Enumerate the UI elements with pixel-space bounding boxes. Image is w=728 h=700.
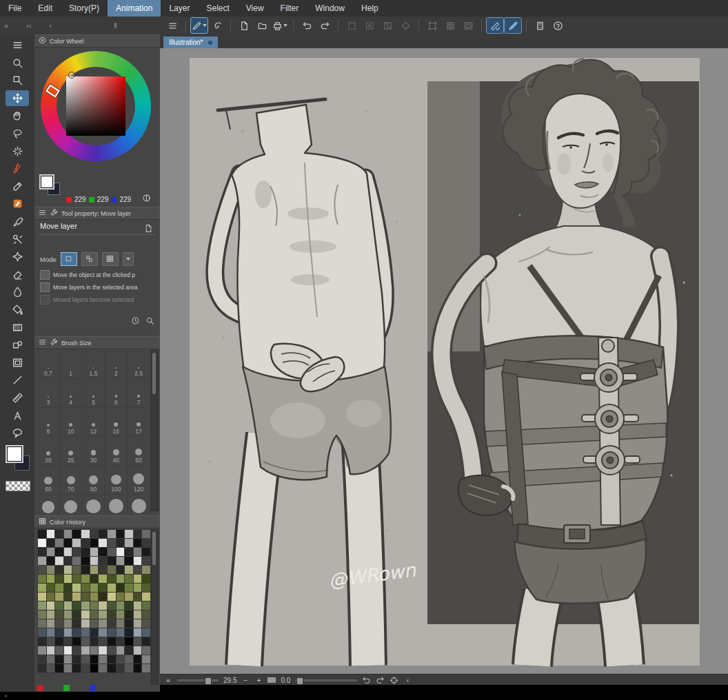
history-swatch-13-1[interactable] bbox=[47, 646, 55, 655]
history-swatch-7-0[interactable] bbox=[38, 593, 46, 601]
brush-size-1[interactable]: 1 bbox=[60, 350, 83, 379]
history-swatch-4-1[interactable] bbox=[47, 566, 55, 574]
history-swatch-0-1[interactable] bbox=[47, 530, 55, 538]
history-swatch-9-0[interactable] bbox=[38, 610, 46, 619]
history-swatch-7-12[interactable] bbox=[142, 593, 150, 601]
history-swatch-15-7[interactable] bbox=[99, 664, 107, 672]
history-swatch-8-12[interactable] bbox=[142, 601, 150, 610]
history-swatch-11-10[interactable] bbox=[125, 628, 133, 637]
checkbox[interactable] bbox=[40, 270, 50, 280]
tool-property-header[interactable]: Tool property: Move layer bbox=[34, 207, 160, 220]
history-swatch-4-11[interactable] bbox=[134, 566, 142, 574]
ruler-tool[interactable] bbox=[6, 390, 29, 406]
history-swatch-12-7[interactable] bbox=[99, 637, 107, 646]
history-swatch-11-8[interactable] bbox=[108, 628, 116, 637]
history-swatch-2-11[interactable] bbox=[134, 548, 142, 556]
brush-tool[interactable] bbox=[6, 214, 29, 229]
option-row-0[interactable]: Move the object at the clicked p bbox=[40, 270, 156, 280]
panel-menu-icon[interactable] bbox=[38, 208, 47, 218]
history-swatch-8-6[interactable] bbox=[90, 601, 99, 610]
menu-layer[interactable]: Layer bbox=[161, 0, 198, 17]
mode-grid-button[interactable] bbox=[102, 252, 119, 266]
menu-file[interactable]: File bbox=[0, 0, 30, 17]
history-swatch-1-10[interactable] bbox=[125, 539, 133, 547]
spiral-button[interactable] bbox=[209, 18, 225, 33]
zoom-tool[interactable] bbox=[6, 55, 29, 71]
history-swatch-8-1[interactable] bbox=[47, 601, 55, 610]
history-swatch-7-7[interactable] bbox=[99, 593, 107, 601]
airbrush-tool[interactable] bbox=[6, 231, 29, 247]
menu-filter[interactable]: Filter bbox=[272, 0, 307, 17]
history-swatch-2-12[interactable] bbox=[142, 548, 150, 556]
brush-size-30[interactable]: 30 bbox=[83, 437, 105, 466]
reset-view-icon[interactable] bbox=[390, 676, 398, 685]
snap-to-ruler-button[interactable] bbox=[487, 18, 503, 33]
history-swatch-15-0[interactable] bbox=[38, 664, 46, 672]
history-swatch-11-7[interactable] bbox=[99, 628, 107, 637]
brush-size-100[interactable]: 100 bbox=[105, 466, 128, 495]
eyedropper-tool[interactable] bbox=[6, 178, 29, 194]
menu-window[interactable]: Window bbox=[307, 0, 353, 17]
brush-size-20[interactable]: 20 bbox=[37, 437, 60, 466]
color-mode-toggle-icon[interactable] bbox=[142, 193, 151, 205]
history-swatch-5-2[interactable] bbox=[55, 575, 63, 583]
operation-tool[interactable] bbox=[6, 72, 29, 88]
history-swatch-13-10[interactable] bbox=[125, 646, 133, 655]
history-swatch-9-6[interactable] bbox=[90, 610, 99, 619]
brush-size-2.5[interactable]: 2.5 bbox=[128, 350, 150, 379]
history-swatch-5-9[interactable] bbox=[117, 575, 125, 583]
history-swatch-15-5[interactable] bbox=[81, 664, 90, 672]
history-swatch-12-3[interactable] bbox=[64, 637, 72, 646]
history-swatch-11-9[interactable] bbox=[117, 628, 125, 637]
history-swatch-5-3[interactable] bbox=[64, 575, 72, 583]
history-swatch-13-12[interactable] bbox=[142, 646, 150, 655]
pen-tool[interactable] bbox=[6, 161, 29, 176]
hand-tool[interactable] bbox=[6, 107, 29, 123]
history-swatch-1-5[interactable] bbox=[81, 539, 90, 547]
history-swatch-9-4[interactable] bbox=[72, 610, 81, 619]
history-swatch-9-1[interactable] bbox=[47, 610, 55, 619]
history-swatch-5-0[interactable] bbox=[38, 575, 46, 583]
brush-size-scrollbar[interactable] bbox=[151, 350, 159, 511]
history-swatch-8-10[interactable] bbox=[125, 601, 133, 610]
history-swatch-10-12[interactable] bbox=[142, 619, 150, 628]
brush-size-17[interactable]: 17 bbox=[128, 408, 150, 437]
history-swatch-8-5[interactable] bbox=[81, 601, 90, 610]
history-swatch-10-10[interactable] bbox=[125, 619, 133, 628]
history-swatch-6-3[interactable] bbox=[64, 584, 72, 592]
history-swatch-1-7[interactable] bbox=[99, 539, 107, 547]
history-swatch-13-3[interactable] bbox=[64, 646, 72, 655]
history-swatch-14-11[interactable] bbox=[134, 655, 142, 663]
history-swatch-12-11[interactable] bbox=[134, 637, 142, 646]
history-swatch-13-9[interactable] bbox=[117, 646, 125, 655]
mode-dropdown[interactable] bbox=[123, 252, 134, 266]
history-swatch-7-2[interactable] bbox=[55, 593, 63, 601]
brush-size-7[interactable]: 7 bbox=[128, 379, 150, 408]
help-button[interactable] bbox=[549, 18, 566, 33]
history-swatch-8-9[interactable] bbox=[117, 601, 125, 610]
history-swatch-8-3[interactable] bbox=[64, 601, 72, 610]
tool-menu[interactable] bbox=[6, 37, 29, 53]
history-swatch-2-9[interactable] bbox=[117, 548, 125, 556]
history-swatch-4-7[interactable] bbox=[99, 566, 107, 574]
history-swatch-13-4[interactable] bbox=[72, 646, 81, 655]
divider-handle-icon[interactable]: ‖ bbox=[114, 21, 117, 30]
history-swatch-12-4[interactable] bbox=[72, 637, 81, 646]
history-swatch-12-1[interactable] bbox=[47, 637, 55, 646]
history-swatch-1-0[interactable] bbox=[38, 539, 46, 547]
foreground-color-chip[interactable] bbox=[7, 446, 22, 462]
print-button[interactable] bbox=[272, 18, 288, 33]
gradient-tool[interactable] bbox=[6, 320, 29, 336]
history-swatch-11-11[interactable] bbox=[134, 628, 142, 637]
history-swatch-13-2[interactable] bbox=[55, 646, 63, 655]
history-swatch-15-9[interactable] bbox=[117, 664, 125, 672]
new-canvas-button[interactable] bbox=[236, 18, 252, 33]
checkbox[interactable] bbox=[40, 282, 50, 292]
history-swatch-9-10[interactable] bbox=[125, 610, 133, 619]
history-swatch-0-8[interactable] bbox=[108, 530, 116, 538]
history-swatch-6-12[interactable] bbox=[142, 584, 150, 592]
history-swatch-6-8[interactable] bbox=[108, 584, 116, 592]
history-swatch-9-2[interactable] bbox=[55, 610, 63, 619]
line-tool[interactable] bbox=[6, 372, 29, 388]
collapse-nav-icon[interactable]: « bbox=[164, 677, 172, 684]
